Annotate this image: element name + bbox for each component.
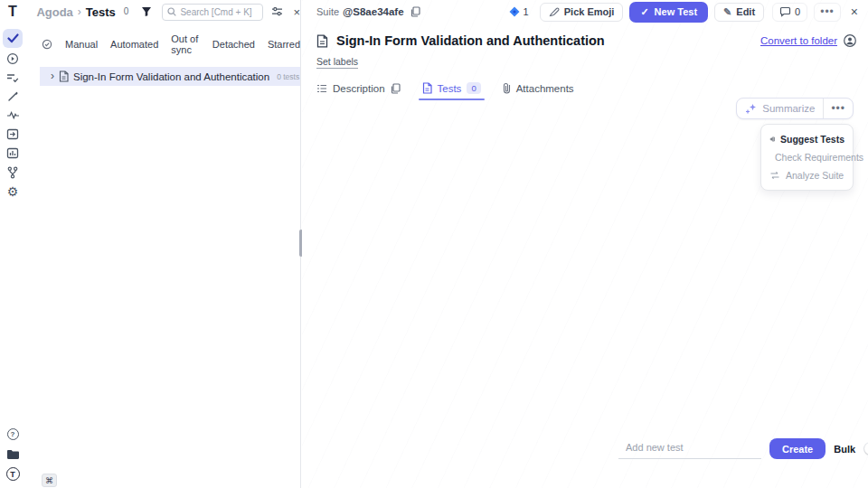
sidebar-item-pulse[interactable] bbox=[3, 107, 23, 124]
sidebar-item-brand[interactable]: T bbox=[3, 465, 23, 483]
tab-attachments-label: Attachments bbox=[516, 83, 574, 94]
breadcrumb-separator: › bbox=[78, 5, 81, 18]
filter-tab-out-of-sync[interactable]: Out of sync bbox=[171, 33, 200, 55]
ai-actions-menu: Suggest Tests Check Requirements Analyze… bbox=[760, 124, 854, 191]
linked-issues-counter[interactable]: 1 bbox=[509, 6, 529, 17]
filter-funnel-icon[interactable] bbox=[141, 6, 152, 17]
filter-settings-icon[interactable] bbox=[271, 6, 283, 17]
suite-file-icon bbox=[59, 70, 69, 82]
search-input[interactable] bbox=[180, 7, 258, 17]
emoji-pen-icon bbox=[549, 6, 560, 17]
suite-title: Sign-In Form Validation and Authenticati… bbox=[336, 33, 605, 48]
summarize-control: Summarize ••• bbox=[736, 98, 854, 119]
suite-id[interactable]: @S8ae34afe bbox=[343, 6, 403, 17]
copy-description-icon[interactable] bbox=[391, 83, 401, 94]
sidebar-item-plans[interactable] bbox=[3, 69, 23, 86]
menu-item-check-requirements[interactable]: Check Requirements bbox=[761, 148, 853, 166]
comment-icon bbox=[779, 6, 791, 17]
summarize-more-icon[interactable]: ••• bbox=[823, 99, 853, 118]
sidebar-item-import[interactable] bbox=[3, 126, 23, 143]
help-icon: ? bbox=[7, 428, 19, 440]
suite-tree-label[interactable]: Sign-In Form Validation and Authenticati… bbox=[73, 71, 269, 82]
paperclip-icon bbox=[503, 82, 511, 94]
keyboard-shortcuts-button[interactable]: ⌘ bbox=[42, 474, 57, 487]
suite-tree-tests-count: 0 tests bbox=[277, 72, 299, 81]
filter-tab-starred[interactable]: Starred bbox=[268, 39, 300, 50]
check-icon: ✓ bbox=[640, 6, 648, 18]
sidebar-rail: ⚙ bbox=[0, 29, 25, 200]
tab-description-label: Description bbox=[333, 83, 385, 94]
sidebar-item-help[interactable]: ? bbox=[3, 426, 23, 443]
comments-button[interactable]: 0 bbox=[772, 3, 807, 22]
sidebar-item-branches[interactable] bbox=[3, 164, 23, 181]
summarize-label: Summarize bbox=[762, 103, 815, 114]
description-list-icon bbox=[316, 84, 327, 93]
edit-label: Edit bbox=[736, 6, 755, 17]
add-test-row: Create Bulk bbox=[618, 438, 855, 459]
linked-issues-count: 1 bbox=[524, 6, 529, 17]
gear-icon: ⚙ bbox=[7, 184, 19, 199]
check-requirements-label: Check Requirements bbox=[775, 152, 863, 163]
sidebar-item-runs[interactable] bbox=[3, 50, 23, 67]
menu-item-suggest-tests[interactable]: Suggest Tests bbox=[761, 130, 853, 148]
search-box[interactable] bbox=[162, 4, 263, 21]
sidebar-rail-bottom: ? T bbox=[0, 426, 25, 483]
filter-tab-manual[interactable]: Manual bbox=[65, 39, 98, 50]
left-panel: T Agoda › Tests 0 × bbox=[0, 0, 301, 488]
filter-tab-detached[interactable]: Detached bbox=[212, 39, 255, 50]
breadcrumb-section[interactable]: Tests bbox=[86, 5, 116, 19]
new-test-button[interactable]: ✓ New Test bbox=[629, 2, 708, 23]
summarize-button[interactable]: Summarize bbox=[737, 103, 823, 115]
tab-tests[interactable]: Tests 0 bbox=[422, 82, 481, 100]
filter-tab-automated[interactable]: Automated bbox=[110, 39, 158, 50]
sidebar-item-projects[interactable] bbox=[3, 446, 23, 463]
suite-title-row: Sign-In Form Validation and Authenticati… bbox=[302, 33, 868, 48]
filter-tabs-row: Manual Automated Out of sync Detached St… bbox=[42, 33, 300, 55]
close-suite-icon[interactable]: × bbox=[851, 5, 858, 19]
breadcrumb: Agoda › Tests 0 bbox=[36, 5, 128, 19]
convert-to-folder-link[interactable]: Convert to folder bbox=[760, 35, 837, 46]
search-icon bbox=[167, 7, 176, 16]
sidebar-item-tests[interactable] bbox=[3, 29, 23, 48]
sidebar-item-settings[interactable]: ⚙ bbox=[3, 183, 23, 200]
sidebar-item-draft[interactable] bbox=[3, 88, 23, 105]
app-logo[interactable]: T bbox=[8, 4, 24, 20]
suite-tree-row[interactable]: › Sign-In Form Validation and Authentica… bbox=[40, 67, 300, 86]
suite-type-label: Suite bbox=[316, 6, 339, 17]
toggle-knob bbox=[864, 443, 868, 455]
bulk-toggle[interactable] bbox=[863, 442, 868, 455]
sidebar-item-analytics[interactable] bbox=[3, 145, 23, 162]
tests-file-icon bbox=[422, 82, 432, 94]
close-panel-icon[interactable]: × bbox=[293, 5, 300, 19]
pencil-icon: ✎ bbox=[723, 6, 731, 18]
suggest-tests-label: Suggest Tests bbox=[780, 134, 844, 145]
analyze-suite-label: Analyze Suite bbox=[786, 170, 844, 181]
sparkle-icon bbox=[745, 103, 758, 115]
create-button[interactable]: Create bbox=[769, 438, 826, 459]
menu-item-analyze-suite[interactable]: Analyze Suite bbox=[761, 166, 853, 184]
breadcrumb-project[interactable]: Agoda bbox=[36, 5, 72, 19]
tab-description[interactable]: Description bbox=[316, 83, 401, 100]
review-status-icon[interactable] bbox=[42, 39, 52, 50]
tab-attachments[interactable]: Attachments bbox=[503, 82, 574, 100]
assignee-avatar[interactable] bbox=[844, 34, 856, 47]
brand-circle-icon: T bbox=[6, 467, 20, 481]
command-icon: ⌘ bbox=[45, 476, 53, 485]
copy-suite-id-icon[interactable] bbox=[410, 6, 420, 17]
more-actions-icon[interactable]: ••• bbox=[814, 3, 841, 22]
pick-emoji-button[interactable]: Pick Emoji bbox=[540, 3, 624, 22]
left-panel-header: T Agoda › Tests 0 × bbox=[0, 0, 300, 23]
analyze-suite-icon bbox=[769, 170, 780, 181]
tests-count-badge: 0 bbox=[124, 6, 129, 16]
chevron-right-icon[interactable]: › bbox=[51, 70, 54, 82]
tab-tests-count-badge: 0 bbox=[467, 82, 480, 94]
app-root: T Agoda › Tests 0 × bbox=[0, 0, 868, 488]
gem-icon bbox=[509, 6, 520, 17]
folder-icon bbox=[6, 449, 20, 460]
set-labels-link[interactable]: Set labels bbox=[316, 56, 358, 69]
tab-tests-label: Tests bbox=[438, 83, 462, 94]
suite-detail-panel: Suite @S8ae34afe 1 Pick Emoji ✓ New Test… bbox=[302, 0, 868, 488]
suggest-tests-icon bbox=[769, 134, 775, 145]
add-test-input[interactable] bbox=[618, 438, 761, 459]
edit-button[interactable]: ✎ Edit bbox=[714, 3, 764, 22]
